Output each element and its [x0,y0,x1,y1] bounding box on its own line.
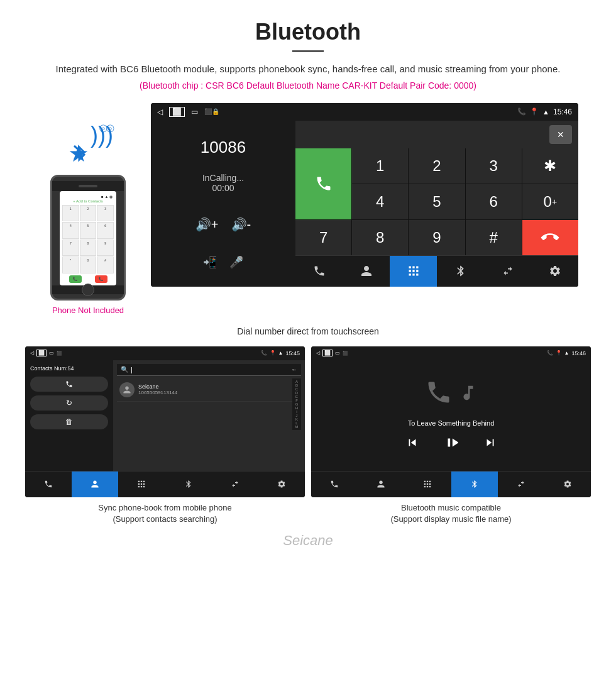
nav-phone[interactable] [295,256,343,287]
contacts-phone-icon: 📞 [261,350,267,356]
key-3[interactable]: 3 [466,148,522,184]
key-6[interactable]: 6 [466,184,522,219]
contact-details: Seicane 10655059113144 [138,383,177,395]
bottom-screens: ◁ ⬜ ▭ ⬛ 📞 📍 ▲ 15:45 Contacts Num:54 [0,346,616,525]
music-nav-keypad[interactable] [404,472,451,497]
music-caption: Bluetooth music compatible (Support disp… [311,502,591,525]
numpad-delete-button[interactable]: ✕ [549,125,572,144]
main-section: ))) ★ ⦾⦾ ■ ▲ ◉ + Add to Contacts 123 456… [0,97,616,321]
music-nav-bt[interactable] [451,472,498,497]
nav-keypad[interactable] [390,256,437,287]
search-icon: 🔍 [121,366,128,373]
delete-contact-button[interactable]: 🗑 [30,414,108,429]
music-android-screen: ◁ ⬜ ▭ ⬛ 📞 📍 ▲ 15:46 [311,346,591,497]
page-header: Bluetooth Integrated with BC6 Bluetooth … [0,0,616,97]
contacts-nav-settings[interactable] [258,472,305,497]
numpad-area: ✕ 1 2 3 ✱ 4 5 6 0+ [295,121,578,287]
alpha-m[interactable]: M [292,425,301,429]
contacts-nav-bt[interactable] [165,472,212,497]
contacts-nav-contacts[interactable] [72,472,118,497]
phone-sidebar: ))) ★ ⦾⦾ ■ ▲ ◉ + Add to Contacts 123 456… [38,103,138,315]
hangup-button[interactable] [522,220,578,255]
key-7[interactable]: 7 [295,220,351,255]
key-9[interactable]: 9 [409,220,465,255]
nav-bluetooth[interactable] [437,256,484,287]
contacts-back-icon: ◁ [30,350,34,356]
contacts-android-screen: ◁ ⬜ ▭ ⬛ 📞 📍 ▲ 15:45 Contacts Num:54 [25,346,305,497]
music-nav-bar [311,471,591,497]
contact-item[interactable]: Seicane 10655059113144 [117,378,292,402]
contact-avatar [119,382,135,397]
call-button[interactable] [295,148,351,219]
key-8[interactable]: 8 [352,220,408,255]
key-0plus[interactable]: 0+ [522,184,578,219]
bluetooth-icon-area: ))) ★ ⦾⦾ [63,122,113,166]
nav-transfer[interactable] [484,256,531,287]
key-hash[interactable]: # [466,220,522,255]
volume-down-icon[interactable]: 🔊- [231,217,251,232]
contacts-loc-icon: 📍 [270,350,276,356]
music-home-icon: ⬜ [322,350,333,356]
contacts-body: Contacts Num:54 ↻ 🗑 🔍 | [25,360,305,471]
mute-icon[interactable]: 🎤 [229,255,243,269]
call-controls: 📲 🎤 [203,255,243,269]
key-4[interactable]: 4 [352,184,408,219]
contacts-status-left: ◁ ⬜ ▭ ⬛ [30,348,62,358]
numpad-grid: 1 2 3 ✱ 4 5 6 0+ 7 8 9 # [295,148,578,255]
next-track-button[interactable] [483,436,497,453]
contact-phone: 10655059113144 [138,390,177,395]
music-notif-icon: ⬛ [343,351,348,356]
dial-caption: Dial number direct from touchscreen [0,326,616,336]
nav-settings[interactable] [531,256,578,287]
music-nav-contacts[interactable] [358,472,404,497]
call-status: InCalling... 00:00 [202,173,244,193]
home-icon: ⬜ [169,107,185,117]
numpad-input-row: ✕ [295,121,578,148]
dial-status-bar: ◁ ⬜ ▭ ⬛🔒 📞 📍 ▲ 15:46 [151,103,578,121]
android-dial-screen: ◁ ⬜ ▭ ⬛🔒 📞 📍 ▲ 15:46 10086 InCalling... … [151,103,578,287]
status-right: 📞 📍 ▲ 15:46 [517,108,572,116]
play-pause-button[interactable] [444,436,458,453]
music-icon-area [425,378,478,412]
music-nav-phone[interactable] [311,472,358,497]
music-status-bar: ◁ ⬜ ▭ ⬛ 📞 📍 ▲ 15:46 [311,346,591,360]
key-5[interactable]: 5 [409,184,465,219]
key-star[interactable]: ✱ [522,148,578,184]
call-contact-button[interactable] [30,377,108,392]
contacts-screen-wrap: ◁ ⬜ ▭ ⬛ 📞 📍 ▲ 15:45 Contacts Num:54 [25,346,305,525]
contacts-notif-icon: ⬛ [57,351,62,356]
bluetooth-specs: (Bluetooth chip : CSR BC6 Default Blueto… [13,80,603,91]
contacts-nav-keypad[interactable] [118,472,165,497]
music-body: To Leave Something Behind [311,360,591,471]
music-status-left: ◁ ⬜ ▭ ⬛ [316,348,348,358]
contacts-list-area: Seicane 10655059113144 A B C D E [117,378,301,430]
volume-up-icon[interactable]: 🔊+ [195,217,219,232]
contacts-nav-transfer[interactable] [212,472,258,497]
nav-contacts[interactable] [343,256,390,287]
music-nav-settings[interactable] [544,472,591,497]
music-nav-transfer[interactable] [498,472,544,497]
contacts-nav-bar [25,471,305,497]
notification-icon: ⬛🔒 [204,108,219,115]
music-loc-icon: 📍 [556,350,562,356]
contacts-search-bar: 🔍 | ← [117,364,301,376]
transfer-icon[interactable]: 📲 [203,255,217,269]
key-1[interactable]: 1 [352,148,408,184]
contacts-time: 15:45 [285,350,300,356]
sync-contact-button[interactable]: ↻ [30,395,108,411]
key-2[interactable]: 2 [409,148,465,184]
wifi-icon: ▲ [542,108,549,116]
contacts-status-bar: ◁ ⬜ ▭ ⬛ 📞 📍 ▲ 15:45 [25,346,305,360]
music-recent-icon: ▭ [335,350,340,356]
music-time: 15:46 [571,350,586,356]
prev-track-button[interactable] [405,436,419,453]
music-back-icon: ◁ [316,350,320,356]
contacts-status-right: 📞 📍 ▲ 15:45 [261,348,300,358]
dial-nav-bar [295,255,578,287]
alpha-list: A B C D E F G H I J K L M [292,378,301,430]
recent-icon: ▭ [191,108,198,116]
music-phone-icon: 📞 [547,350,553,356]
music-song-title: To Leave Something Behind [408,419,495,427]
dial-left-panel: 10086 InCalling... 00:00 🔊+ 🔊- 📲 🎤 [151,121,295,287]
contacts-nav-phone[interactable] [25,472,72,497]
